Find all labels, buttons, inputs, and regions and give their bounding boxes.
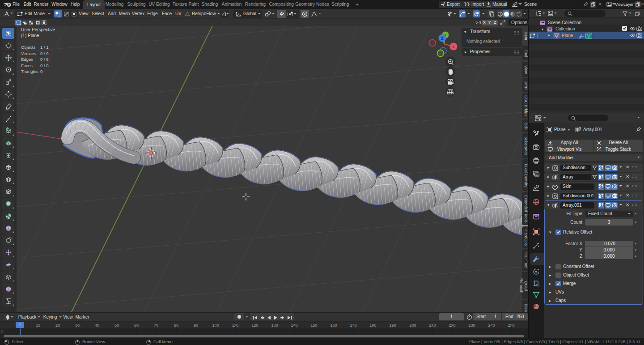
svg-text:Z: Z	[441, 36, 444, 41]
svg-text:X: X	[452, 44, 455, 49]
